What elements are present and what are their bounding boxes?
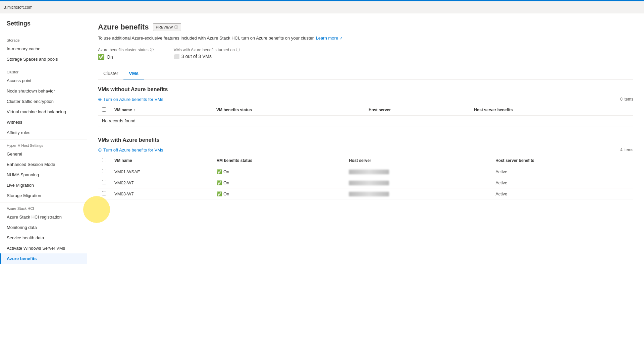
row1-host-benefits: Active — [491, 166, 633, 177]
vms-without-checkbox-header — [98, 105, 110, 116]
vms-with-header-row: VM name VM benefits status Host server H… — [98, 155, 633, 166]
row1-status-text: On — [223, 169, 229, 174]
sidebar-item-node-shutdown[interactable]: Node shutdown behavior — [0, 86, 87, 96]
main-content: Azure benefits PREVIEW ⓘ To use addition… — [87, 13, 644, 362]
col-vm-name-with: VM name — [110, 155, 213, 166]
preview-label: PREVIEW — [156, 25, 173, 29]
vms-without-count: 0 items — [620, 97, 633, 102]
cluster-status-block: Azure benefits cluster status ⓘ ✅ On — [98, 47, 154, 60]
cluster-status-value: ✅ On — [98, 54, 154, 60]
row2-status-text: On — [223, 180, 229, 185]
row1-host-blur — [349, 170, 389, 174]
vms-with-action-bar: ⊕ Turn off Azure benefits for VMs 4 item… — [98, 147, 633, 153]
sidebar-item-vm-load-balancing[interactable]: Virtual machine load balancing — [0, 107, 87, 117]
table-row: VM03-W7 ✅ On Active — [98, 188, 633, 199]
tab-cluster[interactable]: Cluster — [98, 68, 123, 79]
tab-vms[interactable]: VMs — [123, 68, 144, 79]
row1-checkbox-cell — [98, 166, 110, 177]
no-records-row: No records found — [98, 116, 633, 126]
preview-info-icon: ⓘ — [174, 24, 178, 30]
sidebar-item-affinity-rules[interactable]: Affinity rules — [0, 127, 87, 138]
table-row: VM01-WSAE ✅ On Active — [98, 166, 633, 177]
vms-status-value: ⬜ 3 out of 3 VMs — [174, 54, 240, 59]
sidebar-item-numa-spanning[interactable]: NUMA Spanning — [0, 170, 87, 180]
col-host-server-without: Host server — [365, 105, 470, 116]
url-text: .t.microsoft.com — [4, 5, 33, 10]
row2-host-blur — [349, 181, 389, 185]
row3-checkbox[interactable] — [102, 191, 106, 195]
description-text: To use additional Azure-exclusive featur… — [98, 36, 315, 41]
col-host-benefits-without: Host server benefits — [470, 105, 633, 116]
sidebar-item-monitoring-data[interactable]: Monitoring data — [0, 222, 87, 233]
external-link-icon: ↗ — [339, 36, 342, 40]
sidebar-item-storage-migration[interactable]: Storage Migration — [0, 190, 87, 201]
page-header: Azure benefits PREVIEW ⓘ — [98, 23, 633, 32]
sidebar-item-live-migration[interactable]: Live Migration — [0, 180, 87, 190]
vms-without-select-all[interactable] — [102, 107, 106, 112]
turn-off-benefits-button[interactable]: ⊕ Turn off Azure benefits for VMs — [98, 147, 163, 153]
sidebar-item-enhanced-session[interactable]: Enhanced Session Mode — [0, 159, 87, 170]
tabs: Cluster VMs — [98, 68, 633, 80]
preview-badge: PREVIEW ⓘ — [153, 23, 181, 31]
row3-host-server — [345, 188, 491, 199]
row3-status-text: On — [223, 191, 229, 196]
sidebar-item-cluster-traffic[interactable]: Cluster traffic encryption — [0, 96, 87, 107]
sidebar-item-storage-spaces[interactable]: Storage Spaces and pools — [0, 54, 87, 64]
vms-status-label: VMs with Azure benefits turned on ⓘ — [174, 47, 240, 52]
row3-host-blur — [349, 192, 389, 196]
check-circle-icon: ✅ — [98, 54, 105, 60]
vms-without-action-bar: ⊕ Turn on Azure benefits for VMs 0 items — [98, 97, 633, 102]
no-records-text: No records found — [98, 116, 633, 126]
vms-with-table: VM name VM benefits status Host server H… — [98, 155, 633, 199]
cluster-status-label: Azure benefits cluster status ⓘ — [98, 47, 154, 52]
sidebar-section-storage: Storage — [0, 34, 87, 44]
sidebar-item-general[interactable]: General — [0, 149, 87, 159]
vms-with-select-all[interactable] — [102, 158, 106, 162]
sidebar-item-witness[interactable]: Witness — [0, 117, 87, 127]
vms-without-title: VMs without Azure benefits — [98, 86, 633, 93]
vms-with-title: VMs with Azure benefits — [98, 137, 633, 143]
vms-without-table: VM name ↑ VM benefits status Host server… — [98, 105, 633, 126]
vms-with-checkbox-header — [98, 155, 110, 166]
sidebar-section-cluster: Cluster — [0, 66, 87, 75]
row2-status-icon: ✅ — [217, 180, 222, 185]
vms-status-block: VMs with Azure benefits turned on ⓘ ⬜ 3 … — [174, 47, 240, 60]
col-host-benefits-with: Host server benefits — [491, 155, 633, 166]
vm-icon: ⬜ — [174, 54, 179, 59]
row1-checkbox[interactable] — [102, 169, 106, 173]
row2-checkbox[interactable] — [102, 180, 106, 184]
url-bar: .t.microsoft.com — [0, 1, 644, 13]
sidebar-section-hyperv: Hyper-V Host Settings — [0, 139, 87, 149]
vms-without-section: VMs without Azure benefits ⊕ Turn on Azu… — [98, 86, 633, 126]
turn-on-benefits-button[interactable]: ⊕ Turn on Azure benefits for VMs — [98, 97, 163, 102]
vms-without-header-row: VM name ↑ VM benefits status Host server… — [98, 105, 633, 116]
sidebar-item-access-point[interactable]: Access point — [0, 75, 87, 86]
sidebar-item-activate-windows[interactable]: Activate Windows Server VMs — [0, 243, 87, 253]
sort-arrow-icon: ↑ — [134, 108, 136, 112]
sidebar-title: Settings — [0, 13, 87, 33]
row2-host-benefits: Active — [491, 177, 633, 188]
sidebar-item-service-health[interactable]: Service health data — [0, 233, 87, 243]
row3-status-icon: ✅ — [217, 191, 222, 196]
sidebar-item-azure-benefits[interactable]: Azure benefits — [0, 253, 87, 264]
page-title: Azure benefits — [98, 23, 149, 32]
sidebar: Settings Storage In-memory cache Storage… — [0, 13, 87, 362]
row3-vm-status: ✅ On — [213, 188, 345, 199]
row2-checkbox-cell — [98, 177, 110, 188]
table-row: VM02-W7 ✅ On Active — [98, 177, 633, 188]
sidebar-section-azure-stack: Azure Stack HCI — [0, 202, 87, 212]
row1-status-icon: ✅ — [217, 169, 222, 174]
col-vm-benefits-with: VM benefits status — [213, 155, 345, 166]
vms-status-info-icon: ⓘ — [236, 47, 240, 52]
row2-host-server — [345, 177, 491, 188]
cluster-status-text: On — [107, 54, 113, 60]
sidebar-item-in-memory-cache[interactable]: In-memory cache — [0, 44, 87, 54]
cluster-status-label-text: Azure benefits cluster status — [98, 48, 149, 52]
sidebar-item-azure-stack-reg[interactable]: Azure Stack HCI registration — [0, 212, 87, 222]
row1-vm-status: ✅ On — [213, 166, 345, 177]
learn-more-link[interactable]: Learn more — [316, 36, 338, 41]
remove-circle-icon: ⊕ — [98, 147, 102, 153]
vms-with-section: VMs with Azure benefits ⊕ Turn off Azure… — [98, 137, 633, 199]
cluster-status-info-icon: ⓘ — [150, 47, 154, 52]
row2-vm-status: ✅ On — [213, 177, 345, 188]
